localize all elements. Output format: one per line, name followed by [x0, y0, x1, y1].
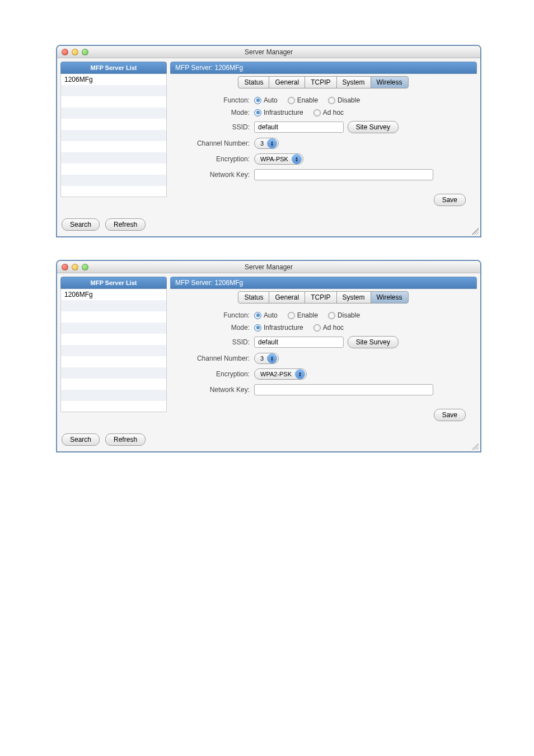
panel-title: MFP Server: 1206MFg [170, 277, 477, 289]
tab-status[interactable]: Status [238, 76, 269, 88]
label-channel: Channel Number: [176, 139, 254, 147]
resize-handle-icon[interactable] [472, 443, 479, 450]
ssid-input[interactable] [254, 122, 344, 133]
window-title: Server Manager [57, 48, 480, 56]
tab-system[interactable]: System [336, 76, 371, 88]
radio-disable-label: Disable [338, 311, 360, 319]
resize-handle-icon[interactable] [472, 228, 479, 235]
radio-auto[interactable] [254, 97, 261, 104]
sidebar-header: MFP Server List [60, 62, 167, 74]
tab-wireless[interactable]: Wireless [371, 76, 409, 88]
sidebar-list[interactable]: 1206MFg [60, 74, 167, 197]
titlebar[interactable]: Server Manager [57, 46, 480, 58]
radio-infrastructure[interactable] [254, 109, 261, 116]
titlebar[interactable]: Server Manager [57, 261, 480, 273]
label-encryption: Encryption: [176, 155, 254, 163]
refresh-button[interactable]: Refresh [105, 433, 146, 446]
label-ssid: SSID: [176, 123, 254, 131]
radio-enable-label: Enable [297, 96, 318, 104]
radio-infrastructure-label: Infrastructure [264, 109, 303, 116]
encryption-value: WPA2-PSK [260, 371, 292, 377]
server-manager-window: Server Manager MFP Server List 1206MFg M… [56, 45, 481, 237]
network-key-input[interactable] [254, 384, 433, 395]
label-mode: Mode: [176, 324, 254, 332]
encryption-value: WPA-PSK [260, 156, 288, 162]
radio-adhoc-label: Ad hoc [323, 324, 344, 332]
sidebar-header: MFP Server List [60, 277, 167, 289]
radio-adhoc[interactable] [313, 324, 321, 332]
search-button[interactable]: Search [62, 433, 100, 446]
search-button[interactable]: Search [62, 218, 100, 231]
tab-status[interactable]: Status [238, 291, 269, 304]
stepper-icon[interactable]: ▴▾ [267, 138, 277, 148]
encryption-select[interactable]: WPA-PSK ▴▾ [254, 153, 303, 165]
label-netkey: Network Key: [176, 171, 254, 179]
radio-enable[interactable] [288, 97, 295, 104]
tab-general[interactable]: General [269, 76, 305, 88]
stepper-icon[interactable]: ▴▾ [292, 154, 302, 164]
radio-disable[interactable] [328, 97, 335, 104]
channel-value: 3 [260, 355, 264, 362]
channel-value: 3 [260, 140, 264, 147]
label-ssid: SSID: [176, 338, 254, 346]
label-encryption: Encryption: [176, 370, 254, 378]
sidebar-list[interactable]: 1206MFg [60, 289, 167, 412]
radio-enable[interactable] [288, 312, 295, 319]
tab-general[interactable]: General [269, 291, 305, 304]
radio-infrastructure-label: Infrastructure [264, 324, 303, 332]
radio-enable-label: Enable [297, 311, 318, 319]
window-title: Server Manager [57, 263, 480, 271]
radio-auto[interactable] [254, 312, 261, 319]
ssid-input[interactable] [254, 337, 344, 348]
radio-infrastructure[interactable] [254, 324, 261, 332]
label-function: Functon: [176, 96, 254, 104]
radio-adhoc-label: Ad hoc [323, 109, 344, 116]
label-channel: Channel Number: [176, 354, 254, 362]
site-survey-button[interactable]: Site Survey [348, 336, 399, 348]
radio-auto-label: Auto [264, 96, 278, 104]
radio-auto-label: Auto [264, 311, 278, 319]
panel-title: MFP Server: 1206MFg [170, 62, 477, 74]
server-manager-window: Server Manager MFP Server List 1206MFg M… [56, 260, 481, 452]
site-survey-button[interactable]: Site Survey [348, 121, 399, 133]
radio-adhoc[interactable] [313, 109, 321, 116]
save-button[interactable]: Save [434, 194, 466, 206]
label-function: Functon: [176, 311, 254, 319]
tab-wireless[interactable]: Wireless [371, 291, 409, 304]
channel-select[interactable]: 3 ▴▾ [254, 138, 279, 149]
refresh-button[interactable]: Refresh [105, 218, 146, 231]
label-netkey: Network Key: [176, 386, 254, 394]
tab-tcpip[interactable]: TCPIP [305, 76, 336, 88]
stepper-icon[interactable]: ▴▾ [295, 369, 305, 379]
channel-select[interactable]: 3 ▴▾ [254, 353, 279, 364]
radio-disable-label: Disable [338, 96, 360, 104]
stepper-icon[interactable]: ▴▾ [267, 353, 277, 363]
radio-disable[interactable] [328, 312, 335, 319]
network-key-input[interactable] [254, 169, 433, 180]
tab-tcpip[interactable]: TCPIP [305, 291, 336, 304]
label-mode: Mode: [176, 109, 254, 116]
encryption-select[interactable]: WPA2-PSK ▴▾ [254, 368, 307, 380]
sidebar-item-server[interactable]: 1206MFg [61, 289, 166, 300]
save-button[interactable]: Save [434, 409, 466, 421]
sidebar-item-server[interactable]: 1206MFg [61, 74, 166, 85]
tab-system[interactable]: System [336, 291, 371, 304]
